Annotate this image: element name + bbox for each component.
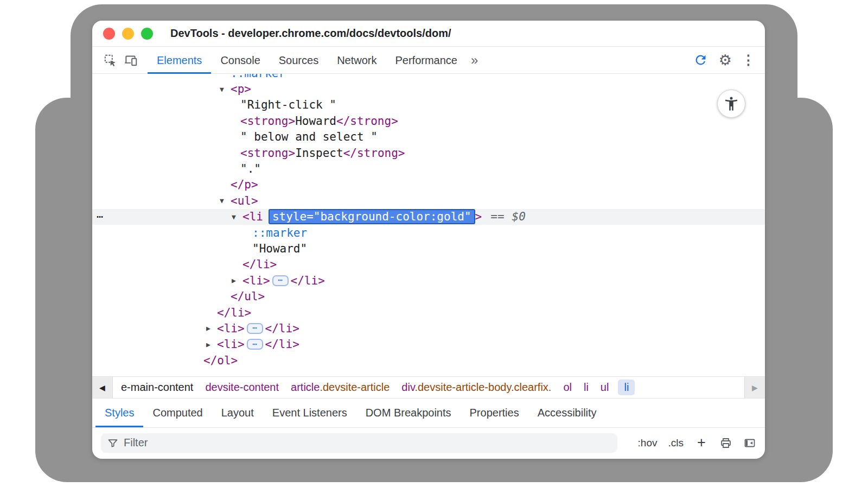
tab-network[interactable]: Network <box>328 47 386 74</box>
tree-node-text-rightclick[interactable]: "Right-click " <box>92 97 765 113</box>
tree-node-strong-inspect[interactable]: <strong>Inspect</strong> <box>92 145 765 161</box>
minimize-window-button[interactable] <box>122 28 134 40</box>
ellipsis-expand-button[interactable]: ⋯ <box>272 275 289 286</box>
tag-token: <li> <box>217 338 245 351</box>
tag-token: </li> <box>291 274 325 287</box>
gear-icon[interactable]: ⚙ <box>719 52 732 69</box>
tab-dom-breakpoints[interactable]: DOM Breakpoints <box>356 399 461 427</box>
inspect-element-icon[interactable] <box>100 50 120 71</box>
tree-node-text-below[interactable]: " below and select " <box>92 129 765 145</box>
tree-node-marker-clipped[interactable]: ::marker <box>92 74 765 81</box>
styles-toolbar-controls: :hov .cls + <box>638 435 756 450</box>
tree-node-li-collapsed[interactable]: ▶ <li> ⋯ </li> <box>92 320 765 336</box>
breadcrumb-item[interactable]: div.devsite-article-body.clearfix. <box>395 381 557 394</box>
right-arrow-icon: ▶ <box>752 383 758 392</box>
new-style-rule-button[interactable]: + <box>694 435 709 450</box>
collapse-arrow-icon[interactable]: ▶ <box>232 276 242 285</box>
breadcrumb-scroll-right-button[interactable]: ▶ <box>744 377 765 398</box>
tab-styles[interactable]: Styles <box>95 399 143 427</box>
text-token: Howard <box>295 115 336 128</box>
close-window-button[interactable] <box>103 28 115 40</box>
collapse-arrow-icon[interactable]: ▶ <box>206 340 217 349</box>
breadcrumb-classes: .devsite-article <box>320 381 390 393</box>
tab-elements[interactable]: Elements <box>148 47 211 74</box>
tree-node-p-close[interactable]: </p> <box>92 177 765 193</box>
filter-input[interactable] <box>124 437 611 449</box>
dom-tree: ::marker ▼ <p> "Right-click " <strong>Ho… <box>92 74 765 376</box>
tree-node-marker[interactable]: ::marker <box>92 225 765 241</box>
ellipsis-expand-button[interactable]: ⋯ <box>247 339 263 350</box>
tree-node-outer-li-close[interactable]: </li> <box>92 305 765 320</box>
breadcrumb-scroll-left-button[interactable]: ◀ <box>92 377 113 398</box>
tag-token: </li> <box>265 322 299 335</box>
devtools-toolbar: Elements Console Sources Network Perform… <box>92 47 765 74</box>
tag-token: <li <box>242 210 263 223</box>
tab-layout[interactable]: Layout <box>212 399 263 427</box>
equals-token: == <box>490 210 504 223</box>
attribute-editor-selection[interactable]: style="background-color:gold" <box>269 209 475 224</box>
tag-token: <li> <box>242 274 270 287</box>
text-token: "Howard" <box>252 242 307 255</box>
tree-node-li-collapsed[interactable]: ▶ <li> ⋯ </li> <box>92 337 765 352</box>
device-toolbar-icon[interactable] <box>120 50 141 71</box>
kebab-menu-icon[interactable]: ⋮ <box>739 52 757 68</box>
breadcrumb-item-selected[interactable]: li <box>618 380 635 395</box>
breadcrumb-item[interactable]: ul <box>595 381 615 394</box>
tree-node-text-period[interactable]: "." <box>92 161 765 176</box>
traffic-lights <box>103 28 153 40</box>
accessibility-person-icon <box>723 96 739 112</box>
tab-sources[interactable]: Sources <box>270 47 328 74</box>
toggle-sidebar-icon[interactable] <box>743 437 756 450</box>
toggle-element-state-button[interactable]: :hov <box>638 437 658 449</box>
expand-arrow-icon[interactable]: ▼ <box>232 213 242 221</box>
breadcrumb-item[interactable]: article.devsite-article <box>285 381 395 394</box>
breadcrumb-item[interactable]: li <box>578 381 595 394</box>
tag-token: <strong> <box>240 147 295 160</box>
tag-token: </ol> <box>203 354 238 367</box>
tab-performance[interactable]: Performance <box>386 47 467 74</box>
tag-token: <p> <box>231 83 251 96</box>
tree-node-ul-close[interactable]: </ul> <box>92 288 765 304</box>
tree-node-ol-close[interactable]: </ol> <box>92 352 765 368</box>
breadcrumb-element: article <box>291 381 320 393</box>
tree-node-text-howard[interactable]: "Howard" <box>92 241 765 256</box>
sync-icon[interactable] <box>691 50 711 71</box>
tab-event-listeners[interactable]: Event Listeners <box>263 399 356 427</box>
more-tabs-icon[interactable]: » <box>471 53 478 68</box>
printer-icon[interactable] <box>719 437 732 450</box>
tab-computed[interactable]: Computed <box>143 399 212 427</box>
expand-arrow-icon[interactable]: ▼ <box>220 197 231 205</box>
text-token: Inspect <box>295 147 343 160</box>
tag-token: </li> <box>217 306 251 319</box>
styles-filter-bar: :hov .cls + <box>92 427 765 458</box>
tag-token: > <box>475 210 482 223</box>
filter-input-wrap[interactable] <box>101 433 617 453</box>
tab-properties[interactable]: Properties <box>461 399 528 427</box>
tab-accessibility[interactable]: Accessibility <box>528 399 606 427</box>
tree-node-li-close[interactable]: </li> <box>92 257 765 273</box>
expand-arrow-icon[interactable]: ▼ <box>220 85 231 93</box>
tree-node-li-selected[interactable]: ⋯ ▼ <li style="background-color:gold" > … <box>92 209 765 225</box>
gutter-dots-icon[interactable]: ⋯ <box>97 209 104 225</box>
window-titlebar: DevTools - developer.chrome.com/docs/dev… <box>92 21 765 47</box>
tag-token: </li> <box>265 338 299 351</box>
tree-node-strong-howard[interactable]: <strong>Howard</strong> <box>92 113 765 129</box>
accessibility-button[interactable] <box>717 90 745 118</box>
breadcrumb-item[interactable]: devsite-content <box>199 381 285 394</box>
tag-token: </strong> <box>336 115 398 128</box>
breadcrumb: ◀ e-main-content devsite-content article… <box>92 376 765 398</box>
tag-token: </li> <box>242 258 277 271</box>
pseudo-token: ::marker <box>252 226 307 239</box>
tree-node-ul-open[interactable]: ▼ <ul> <box>92 193 765 208</box>
breadcrumb-item[interactable]: e-main-content <box>115 381 199 394</box>
collapse-arrow-icon[interactable]: ▶ <box>206 324 217 332</box>
tab-console[interactable]: Console <box>211 47 269 74</box>
text-token: " below and select " <box>240 130 378 143</box>
tree-node-li-collapsed[interactable]: ▶ <li> ⋯ </li> <box>92 273 765 288</box>
ellipsis-expand-button[interactable]: ⋯ <box>247 323 263 334</box>
zoom-window-button[interactable] <box>141 28 153 40</box>
breadcrumb-element: div <box>401 381 414 393</box>
tree-node-p-open[interactable]: ▼ <p> <box>92 81 765 97</box>
breadcrumb-item[interactable]: ol <box>557 381 578 394</box>
element-classes-button[interactable]: .cls <box>668 437 684 449</box>
